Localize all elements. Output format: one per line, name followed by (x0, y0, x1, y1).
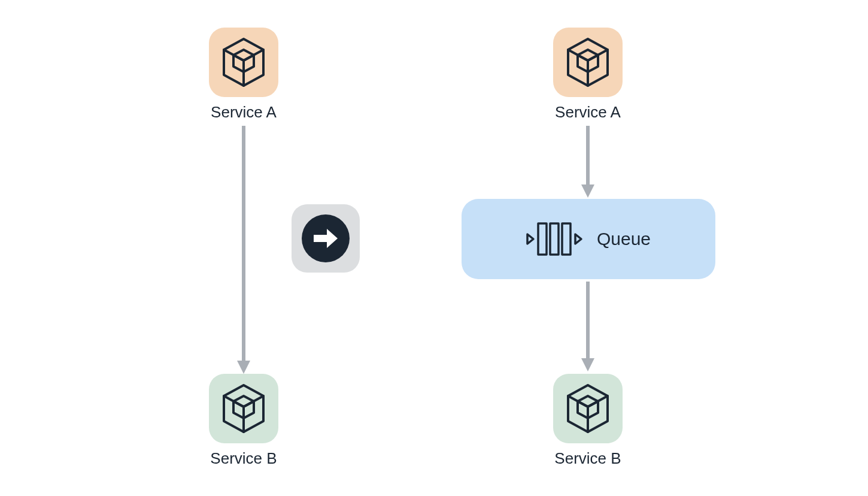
architecture-diagram: Service A Service B (0, 0, 868, 496)
svg-marker-10 (581, 358, 594, 371)
right-service-a-node: Service A (553, 28, 623, 122)
arrow-right-circle-icon (302, 214, 350, 262)
cube-icon (221, 38, 266, 87)
cube-icon (566, 384, 610, 433)
queue-node: Queue (462, 199, 715, 279)
service-b-icon-box (553, 374, 623, 443)
left-service-a-node: Service A (209, 28, 278, 122)
service-b-icon-box (209, 374, 278, 443)
cube-icon (566, 38, 610, 87)
svg-marker-4 (527, 234, 533, 244)
left-service-a-label: Service A (211, 103, 277, 122)
right-arrow-queue-to-b (580, 282, 596, 371)
service-a-icon-box (209, 28, 278, 97)
transition-badge (292, 204, 360, 273)
right-service-b-node: Service B (553, 374, 623, 468)
queue-label: Queue (597, 229, 651, 249)
right-arrow-a-to-queue (580, 126, 596, 198)
svg-marker-3 (581, 185, 594, 198)
svg-marker-1 (237, 361, 250, 374)
left-service-b-node: Service B (209, 374, 278, 468)
svg-rect-5 (538, 223, 547, 255)
queue-icon (526, 221, 584, 257)
svg-rect-7 (562, 223, 570, 255)
service-a-icon-box (553, 28, 623, 97)
svg-marker-8 (575, 234, 581, 244)
cube-icon (221, 384, 266, 433)
svg-rect-6 (550, 223, 559, 255)
left-arrow-a-to-b (236, 126, 251, 374)
left-service-b-label: Service B (210, 449, 277, 468)
right-service-b-label: Service B (554, 449, 621, 468)
right-service-a-label: Service A (555, 103, 621, 122)
